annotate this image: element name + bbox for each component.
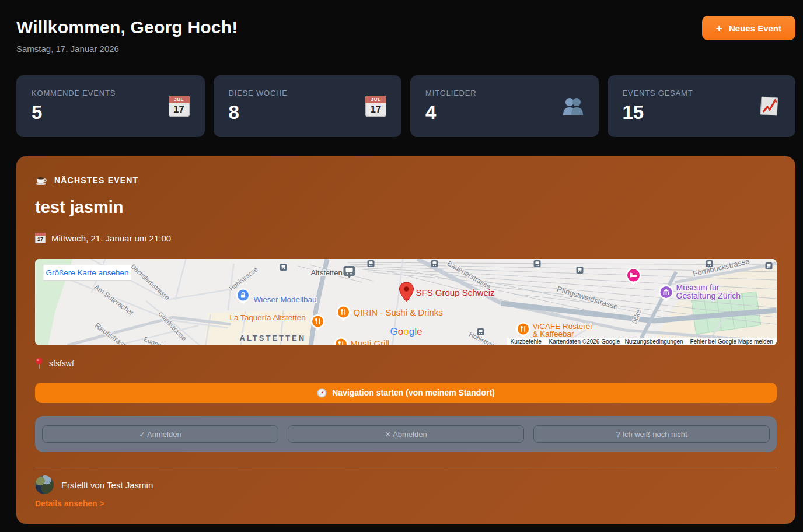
poi-label-musti[interactable]: Musti Grill xyxy=(351,338,390,345)
created-by-text: Erstellt von Test Jasmin xyxy=(61,480,153,490)
page-title: Willkommen, Georg Hoch! xyxy=(16,18,238,37)
start-navigation-button[interactable]: Navigation starten (von meinem Standort) xyxy=(35,383,777,402)
stat-label: KOMMENDE EVENTS xyxy=(32,89,116,97)
event-location: sfsfswf xyxy=(49,359,74,368)
rsvp-maybe-button[interactable]: ? Ich weiß noch nicht xyxy=(533,425,770,443)
next-event-card: NÄCHSTES EVENT test jasmin 17 Mittwoch, … xyxy=(16,156,795,524)
header-text: Willkommen, Georg Hoch! Samstag, 17. Jan… xyxy=(16,13,238,54)
map-report-error-link[interactable]: Fehler bei Google Maps melden xyxy=(690,338,773,345)
next-event-label: NÄCHSTES EVENT xyxy=(54,176,138,185)
stats-row: KOMMENDE EVENTS 5 JUL 17 DIESE WOCHE 8 J… xyxy=(16,75,795,137)
next-event-badge: NÄCHSTES EVENT xyxy=(35,175,777,186)
coffee-icon xyxy=(35,175,48,186)
stat-card-this-week: DIESE WOCHE 8 JUL 17 xyxy=(214,75,402,137)
rsvp-decline-button[interactable]: ✕ Abmelden xyxy=(288,425,524,443)
map-shortcuts-link[interactable]: Kurzbefehle xyxy=(511,338,542,345)
event-location-row: sfsfswf xyxy=(35,358,777,369)
stat-value: 15 xyxy=(623,102,693,124)
stat-text: MITGLIEDER 4 xyxy=(425,89,476,124)
event-datetime-row: 17 Mittwoch, 21. Januar um 21:00 xyxy=(35,233,777,243)
dashboard-page: Willkommen, Georg Hoch! Samstag, 17. Jan… xyxy=(0,0,803,524)
compass-icon xyxy=(317,388,327,398)
poi-label-vicafe-line2[interactable]: & Kaffeebar xyxy=(533,330,575,338)
poi-label-museum-line2[interactable]: Gestaltung Zürich xyxy=(676,291,741,300)
creator-avatar xyxy=(35,475,54,494)
page-date: Samstag, 17. Januar 2026 xyxy=(16,44,238,54)
header: Willkommen, Georg Hoch! Samstag, 17. Jan… xyxy=(16,13,795,54)
stat-card-members: MITGLIEDER 4 xyxy=(410,75,599,137)
poi-label-altstetten-station: Altstetten xyxy=(311,268,343,277)
creator-row: Erstellt von Test Jasmin xyxy=(35,475,777,494)
district-label-altstetten: ALTSTETTEN xyxy=(240,334,306,342)
round-pushpin-icon xyxy=(35,358,43,369)
start-navigation-label: Navigation starten (von meinem Standort) xyxy=(332,388,494,397)
stat-label: EVENTS GESAMT xyxy=(623,89,693,97)
stat-text: EVENTS GESAMT 15 xyxy=(623,89,693,124)
map-terms-link[interactable]: Nutzungsbedingungen xyxy=(625,338,683,345)
stat-card-total-events: EVENTS GESAMT 15 xyxy=(608,75,796,137)
chart-increasing-icon xyxy=(758,95,780,117)
plus-icon: + xyxy=(716,23,722,34)
stat-value: 5 xyxy=(32,102,116,124)
stat-label: DIESE WOCHE xyxy=(229,89,288,97)
details-link[interactable]: Details ansehen > xyxy=(35,499,104,508)
calendar-icon: JUL 17 xyxy=(365,96,386,117)
map-attribution: Kurzbefehle Kartendaten ©2026 Google Nut… xyxy=(507,338,777,345)
svg-text:Größere Karte ansehen: Größere Karte ansehen xyxy=(46,268,129,277)
stat-label: MITGLIEDER xyxy=(425,89,476,97)
new-event-label: Neues Event xyxy=(729,23,781,33)
google-logo[interactable]: Google xyxy=(390,326,423,337)
poi-label-taqueria[interactable]: La Taquería Altstetten xyxy=(230,313,306,322)
stat-card-upcoming-events: KOMMENDE EVENTS 5 JUL 17 xyxy=(16,75,205,137)
members-icon xyxy=(561,95,584,117)
map-data-copyright: Kartendaten ©2026 Google xyxy=(549,338,620,345)
stat-value: 4 xyxy=(425,102,476,124)
calendar-icon: JUL 17 xyxy=(169,96,190,117)
larger-map-link[interactable]: Größere Karte ansehen xyxy=(44,265,131,281)
new-event-button[interactable]: + Neues Event xyxy=(702,16,795,40)
stat-text: DIESE WOCHE 8 xyxy=(229,89,288,124)
rsvp-bar: ✓ Anmelden ✕ Abmelden ? Ich weiß noch ni… xyxy=(35,416,777,452)
stat-text: KOMMENDE EVENTS 5 xyxy=(32,89,116,124)
map-container: Badenerstrasse Hohlstrasse Dachslernstra… xyxy=(35,259,777,345)
poi-label-sfs[interactable]: SFS Group Schweiz xyxy=(416,288,495,298)
event-title: test jasmin xyxy=(35,198,777,217)
calendar-icon: 17 xyxy=(35,233,46,243)
poi-label-qirin[interactable]: QIRIN - Sushi & Drinks xyxy=(354,307,443,317)
event-datetime: Mittwoch, 21. Januar um 21:00 xyxy=(51,233,171,243)
divider xyxy=(35,467,777,467)
stat-value: 8 xyxy=(229,102,288,124)
rsvp-attend-button[interactable]: ✓ Anmelden xyxy=(42,425,278,443)
google-map[interactable]: Badenerstrasse Hohlstrasse Dachslernstra… xyxy=(35,259,777,345)
poi-label-wieser[interactable]: Wieser Modellbau xyxy=(254,295,317,304)
